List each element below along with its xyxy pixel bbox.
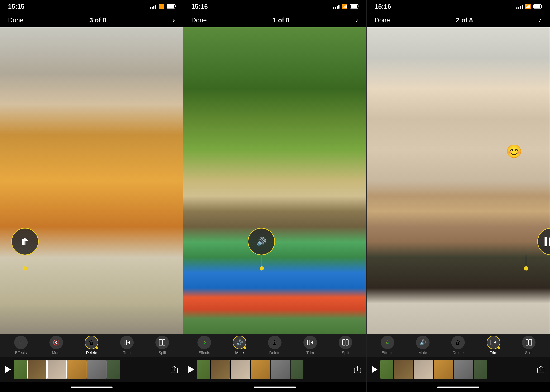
play-icon-3	[372, 366, 378, 373]
status-icons-1: 📶	[150, 4, 175, 9]
trim-svg-2	[307, 339, 313, 345]
music-button-3[interactable]: ♪	[539, 17, 542, 23]
delete-button-1[interactable]: 🗑 Delete	[82, 336, 101, 355]
clip-1-2[interactable]	[27, 360, 47, 379]
svg-rect-18	[529, 340, 532, 345]
status-bar-2: 15:16 📶	[183, 0, 366, 13]
timeline-clips-2[interactable]	[197, 360, 351, 379]
effects-icon-circle-1: ☆	[14, 336, 28, 349]
music-button-2[interactable]: ♪	[356, 17, 358, 23]
split-icon-circle-3	[522, 336, 536, 349]
status-time-2: 15:16	[191, 3, 208, 10]
trim-icon-highlight-3	[544, 237, 550, 246]
clip-1-3[interactable]	[47, 360, 67, 379]
panel-3: 15:16 📶 Done 2 of 8 ♪ 😊	[367, 0, 550, 392]
clip-1-5[interactable]	[87, 360, 107, 379]
mute-button-2[interactable]: 🔊 Mute	[230, 336, 249, 355]
status-time-1: 15:15	[8, 3, 24, 10]
clip-2-5[interactable]	[271, 360, 290, 379]
delete-icon-circle-1: 🗑	[85, 336, 98, 349]
timeline-clips-3[interactable]	[380, 360, 534, 379]
trim-dot-3	[498, 346, 500, 349]
split-label-2: Split	[342, 350, 349, 355]
mute-button-1[interactable]: 🔇 Mute	[47, 336, 66, 355]
split-button-3[interactable]: Split	[519, 336, 538, 355]
effects-label-2: Effects	[198, 350, 210, 355]
trim-svg-3	[490, 339, 497, 345]
svg-rect-0	[124, 340, 126, 345]
mute-icon-3: 🔊	[419, 340, 426, 345]
clip-2-3[interactable]	[231, 360, 250, 379]
effects-button-1[interactable]: ☆ Effects	[11, 336, 31, 355]
effects-label-3: Effects	[382, 350, 393, 355]
play-button-2[interactable]	[186, 365, 196, 374]
delete-button-3[interactable]: 🗑 Delete	[448, 336, 468, 355]
split-button-2[interactable]: Split	[336, 336, 355, 355]
split-label-3: Split	[525, 350, 533, 355]
clip-3-1[interactable]	[380, 360, 393, 379]
split-button-1[interactable]: Split	[152, 336, 172, 355]
clip-2-1[interactable]	[197, 360, 210, 379]
music-button-1[interactable]: ♪	[172, 17, 175, 23]
split-label-1: Split	[158, 350, 166, 355]
share-icon-3	[537, 366, 544, 373]
emoji-overlay-3: 😊	[506, 144, 522, 159]
play-icon-2	[188, 366, 194, 373]
trim-button-3[interactable]: Trim	[484, 336, 503, 355]
share-button-2[interactable]	[352, 364, 363, 375]
panel-2: 15:16 📶 Done 1 of 8 ♪ 🔊	[183, 0, 367, 392]
mute-label-1: Mute	[52, 350, 60, 355]
timeline-3	[367, 357, 550, 382]
svg-rect-8	[343, 340, 345, 345]
trim-button-1[interactable]: Trim	[117, 336, 136, 355]
clip-1-4[interactable]	[67, 360, 87, 379]
share-button-3[interactable]	[535, 364, 546, 375]
done-button-2[interactable]: Done	[191, 17, 207, 24]
clip-3-4[interactable]	[434, 360, 453, 379]
clip-2-4[interactable]	[250, 360, 270, 379]
play-button-1[interactable]	[3, 365, 13, 374]
share-button-1[interactable]	[169, 364, 180, 375]
mute-highlight-circle-2: 🔊	[248, 228, 275, 255]
delete-dot-1	[95, 346, 98, 349]
clip-3-6[interactable]	[474, 360, 487, 379]
split-icon-circle-2	[339, 336, 352, 349]
clip-3-5[interactable]	[454, 360, 473, 379]
mute-button-3[interactable]: 🔊 Mute	[413, 336, 432, 355]
clip-counter-1: 3 of 8	[89, 17, 106, 24]
done-button-3[interactable]: Done	[375, 17, 390, 24]
status-icons-3: 📶	[516, 4, 542, 9]
mute-icon-1: 🔇	[53, 340, 60, 345]
delete-button-2[interactable]: 🗑 Delete	[265, 336, 285, 355]
clip-3-3[interactable]	[414, 360, 433, 379]
effects-button-2[interactable]: ☆ Effects	[194, 336, 214, 355]
clip-1-6[interactable]	[107, 360, 120, 379]
delete-icon-3: 🗑	[455, 340, 461, 345]
share-icon-2	[354, 366, 361, 373]
svg-rect-9	[346, 340, 348, 345]
delete-icon-circle-2: 🗑	[268, 336, 282, 349]
split-svg-3	[526, 339, 532, 345]
clip-1-1[interactable]	[14, 360, 27, 379]
trim-button-2[interactable]: Trim	[300, 336, 320, 355]
yellow-dot-3	[524, 266, 528, 271]
svg-rect-15	[491, 340, 493, 345]
clip-3-2[interactable]	[394, 360, 413, 379]
mute-icon-highlight-2: 🔊	[256, 237, 266, 246]
wifi-icon-3: 📶	[525, 4, 531, 9]
play-button-3[interactable]	[370, 365, 379, 374]
svg-rect-6	[307, 340, 310, 345]
delete-label-1: Delete	[86, 350, 97, 355]
done-button-1[interactable]: Done	[8, 17, 23, 24]
clip-2-2[interactable]	[211, 360, 230, 379]
effects-button-3[interactable]: ☆ Effects	[378, 336, 397, 355]
svg-marker-1	[127, 341, 130, 344]
signal-icon-1	[150, 4, 156, 9]
yellow-dot-2	[260, 266, 264, 271]
trim-icon-circle-3	[487, 336, 500, 349]
clip-2-6[interactable]	[291, 360, 303, 379]
split-svg-2	[343, 339, 349, 345]
mute-icon-circle-3: 🔊	[416, 336, 429, 349]
trim-icon-circle-1	[120, 336, 134, 349]
timeline-clips-1[interactable]	[14, 360, 168, 379]
